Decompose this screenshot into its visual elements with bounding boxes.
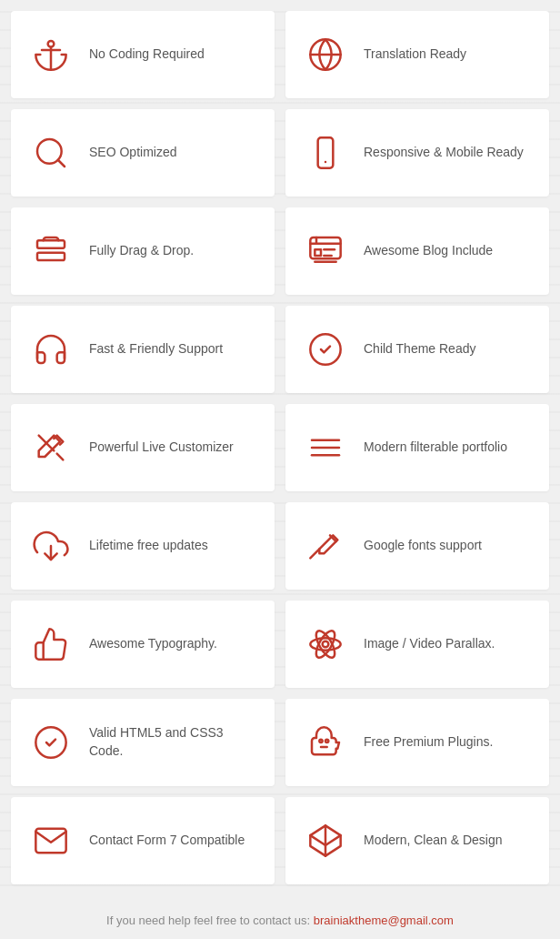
svg-rect-9: [37, 240, 65, 247]
feature-fonts: Google fonts support: [285, 502, 549, 590]
feature-label: Google fonts support: [364, 537, 482, 555]
feature-no-coding: No Coding Required: [11, 11, 275, 98]
layers-icon: [27, 227, 75, 275]
feature-label: Awesome Blog Include: [364, 242, 493, 260]
feature-label: Powerful Live Customizer: [89, 439, 234, 457]
thumbs-up-icon: [27, 621, 75, 668]
search-icon: [27, 129, 75, 177]
feature-plugins: Free Premium Plugins.: [285, 699, 549, 786]
feature-seo: SEO Optimized: [11, 109, 275, 197]
feature-parallax: Image / Video Parallax.: [285, 601, 549, 688]
feature-label: Valid HTML5 and CSS3 Code.: [89, 724, 258, 760]
menu-lines-icon: [302, 424, 349, 471]
feature-label: Modern filterable portfolio: [364, 439, 507, 457]
features-grid: No Coding Required Translation Ready SEO…: [0, 0, 560, 895]
feature-child-theme: Child Theme Ready: [285, 306, 549, 393]
feature-portfolio: Modern filterable portfolio: [285, 404, 549, 491]
globe-icon: [302, 31, 349, 78]
feature-label: Modern, Clean & Design: [364, 832, 503, 850]
diamond-icon: [302, 817, 349, 864]
feature-customizer: Powerful Live Customizer: [11, 404, 275, 491]
feature-responsive: Responsive & Mobile Ready: [285, 109, 549, 197]
svg-line-20: [57, 454, 64, 460]
feature-label: Image / Video Parallax.: [364, 635, 495, 653]
piggy-bank-icon: [302, 719, 349, 766]
feature-label: Awesome Typography.: [89, 635, 217, 653]
feature-label: SEO Optimized: [89, 144, 176, 162]
feature-design: Modern, Clean & Design: [285, 797, 549, 884]
feature-translation: Translation Ready: [285, 11, 549, 98]
footer: If you need help feel free to contact us…: [0, 895, 560, 939]
feature-label: Child Theme Ready: [364, 340, 475, 358]
feature-label: No Coding Required: [89, 45, 205, 64]
anchor-icon: [27, 31, 75, 78]
feature-drag-drop: Fully Drag & Drop.: [11, 207, 275, 295]
headphones-icon: [27, 326, 75, 373]
feature-label: Fully Drag & Drop.: [89, 242, 194, 260]
feature-label: Free Premium Plugins.: [364, 733, 493, 752]
svg-line-6: [58, 160, 65, 167]
svg-point-27: [323, 641, 329, 648]
feature-label: Fast & Friendly Support: [89, 340, 223, 358]
feature-blog: Awesome Blog Include: [285, 207, 549, 295]
footer-email[interactable]: brainiaktheme@gmail.com: [314, 914, 454, 927]
mobile-icon: [302, 129, 349, 177]
svg-rect-10: [37, 253, 65, 260]
feature-label: Contact Form 7 Compatible: [89, 832, 245, 850]
feature-label: Lifetime free updates: [89, 537, 208, 555]
feature-updates: Lifetime free updates: [11, 502, 275, 590]
cloud-download-icon: [27, 522, 75, 570]
feature-contact-form: Contact Form 7 Compatible: [11, 797, 275, 884]
svg-point-33: [325, 740, 328, 742]
feature-html5: Valid HTML5 and CSS3 Code.: [11, 699, 275, 786]
feature-support: Fast & Friendly Support: [11, 306, 275, 393]
atom-icon: [302, 621, 349, 668]
pencil-icon: [302, 522, 349, 570]
envelope-icon: [27, 817, 75, 864]
checkmark-circle-icon: [302, 326, 349, 373]
svg-line-25: [310, 549, 319, 558]
blog-icon: [302, 227, 349, 275]
feature-label: Responsive & Mobile Ready: [364, 144, 524, 162]
circle-check-icon: [27, 719, 75, 766]
tools-icon: [27, 424, 75, 471]
feature-typography: Awesome Typography.: [11, 601, 275, 688]
svg-rect-14: [315, 249, 321, 256]
svg-point-32: [319, 740, 322, 742]
svg-rect-7: [318, 137, 334, 167]
svg-point-28: [310, 638, 340, 650]
feature-label: Translation Ready: [364, 45, 466, 64]
footer-text: If you need help feel free to contact us…: [106, 914, 310, 927]
